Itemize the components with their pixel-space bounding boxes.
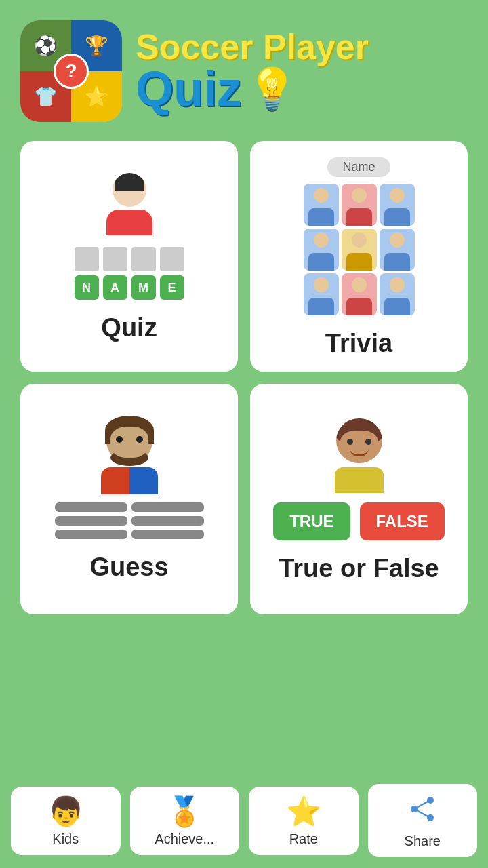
- guess-label: Guess: [89, 553, 168, 582]
- tof-false-button[interactable]: FALSE: [360, 502, 445, 540]
- trivia-player-4: [304, 229, 339, 271]
- trivia-name-pill: Name: [327, 157, 390, 177]
- trivia-player-3: [380, 184, 415, 226]
- kids-label: Kids: [52, 831, 79, 847]
- tof-true-button[interactable]: TRUE: [273, 502, 350, 540]
- title-soccer: Soccer Player: [136, 29, 369, 64]
- achievements-icon: 🏅: [167, 797, 202, 826]
- achievements-label: Achieve...: [155, 831, 214, 847]
- blank-box-1: [75, 247, 99, 271]
- share-icon: [408, 795, 436, 828]
- bulb-icon: 💡: [247, 65, 298, 113]
- svg-line-4: [414, 809, 430, 818]
- letter-M: M: [131, 275, 156, 300]
- trivia-grid: [304, 184, 415, 315]
- share-label: Share: [405, 833, 441, 849]
- title-quiz: Quiz: [136, 64, 241, 113]
- nav-item-achievements[interactable]: 🏅 Achieve...: [130, 787, 240, 855]
- trivia-player-6: [380, 229, 415, 271]
- rate-label: Rate: [289, 831, 318, 847]
- trivia-player-8: [342, 273, 377, 315]
- svg-point-0: [427, 797, 434, 804]
- quiz-blanks: [75, 247, 184, 271]
- guess-line-5: [55, 530, 127, 539]
- nav-item-kids[interactable]: 👦 Kids: [11, 787, 121, 855]
- trivia-player-7: [304, 273, 339, 315]
- quiz-card[interactable]: N A M E Quiz: [20, 141, 238, 372]
- quiz-letters: N A M E: [75, 275, 184, 300]
- nav-item-share[interactable]: Share: [368, 784, 478, 857]
- guess-line-2: [131, 502, 204, 512]
- header: ⚽ 🏆 👕 🌟 ? Soccer Player Quiz 💡: [0, 0, 488, 129]
- guess-line-4: [131, 516, 204, 526]
- tof-buttons: TRUE FALSE: [273, 502, 445, 540]
- tof-card[interactable]: TRUE FALSE True or False: [250, 384, 468, 614]
- main-grid: N A M E Quiz Name: [0, 129, 488, 627]
- guess-card[interactable]: Guess: [20, 384, 238, 614]
- letter-N: N: [75, 275, 99, 300]
- letter-A: A: [103, 275, 127, 300]
- trivia-player-1: [304, 184, 339, 226]
- svg-line-3: [414, 800, 430, 809]
- trivia-label: Trivia: [325, 329, 392, 358]
- blank-box-3: [131, 247, 156, 271]
- trivia-card[interactable]: Name: [250, 141, 468, 372]
- trivia-player-5: [342, 229, 377, 271]
- guess-line-6: [131, 530, 204, 539]
- guess-line-1: [55, 502, 127, 512]
- kids-icon: 👦: [48, 797, 83, 826]
- app-icon[interactable]: ⚽ 🏆 👕 🌟 ?: [20, 20, 122, 122]
- guess-line-3: [55, 516, 127, 526]
- blank-box-4: [160, 247, 184, 271]
- letter-E: E: [160, 275, 184, 300]
- bottom-nav: 👦 Kids 🏅 Achieve... ⭐ Rate Share: [0, 773, 488, 868]
- trivia-player-2: [342, 184, 377, 226]
- rate-icon: ⭐: [286, 797, 321, 826]
- quiz-label: Quiz: [101, 313, 157, 342]
- tof-label: True or False: [279, 554, 439, 583]
- title-block: Soccer Player Quiz 💡: [136, 29, 369, 113]
- guess-lines: [55, 502, 204, 539]
- app-icon-question: ?: [54, 54, 89, 89]
- trivia-content: Name: [304, 157, 415, 315]
- nav-item-rate[interactable]: ⭐ Rate: [249, 787, 359, 855]
- blank-box-2: [103, 247, 127, 271]
- trivia-player-9: [380, 273, 415, 315]
